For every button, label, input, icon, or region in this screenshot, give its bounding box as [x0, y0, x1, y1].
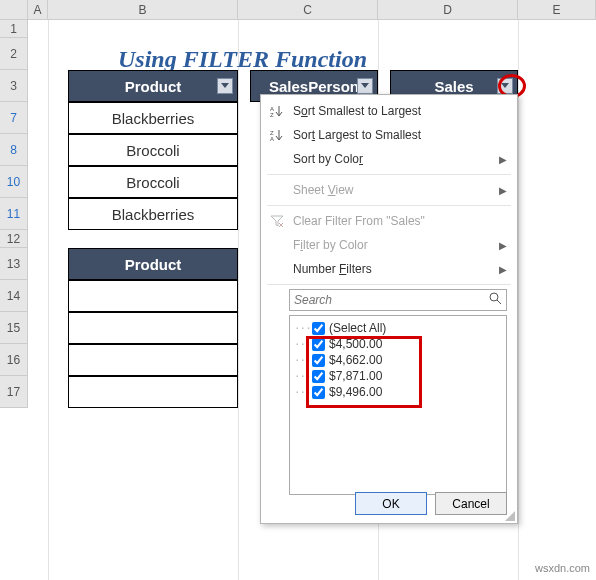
cell-b7[interactable]: Blackberries [68, 102, 238, 134]
menu-sort-color[interactable]: Sort by Color ▶ [261, 147, 517, 171]
row-15[interactable]: 15 [0, 312, 28, 344]
cell-b7-text: Blackberries [112, 110, 195, 127]
filter-dropdown-salesperson[interactable] [357, 78, 373, 94]
row-17[interactable]: 17 [0, 376, 28, 408]
check-item-2[interactable]: ··· $7,871.00 [292, 368, 504, 384]
row-2[interactable]: 2 [0, 38, 28, 70]
check-item-3[interactable]: ··· $9,496.00 [292, 384, 504, 400]
cell-b14[interactable] [68, 280, 238, 312]
filter-dropdown-product[interactable] [217, 78, 233, 94]
check-item-0[interactable]: ··· $4,500.00 [292, 336, 504, 352]
column-headers: A B C D E [0, 0, 596, 20]
checkbox-1[interactable] [312, 354, 325, 367]
menu-sort-desc-label: Sort Largest to Smallest [293, 128, 421, 142]
row-8[interactable]: 8 [0, 134, 28, 166]
row-10[interactable]: 10 [0, 166, 28, 198]
th-salesperson-label: SalesPerson [269, 78, 359, 95]
filter-dropdown-panel: AZ Sort Smallest to Largest ZA Sort Larg… [260, 94, 518, 524]
menu-number-filters-label: Number Filters [293, 262, 372, 276]
cell-b11[interactable]: Blackberries [68, 198, 238, 230]
check-item-2-label: $7,871.00 [329, 369, 382, 383]
check-item-1-label: $4,662.00 [329, 353, 382, 367]
col-D[interactable]: D [378, 0, 518, 19]
check-select-all-label: (Select All) [329, 321, 386, 335]
col-A[interactable]: A [28, 0, 48, 19]
chevron-right-icon: ▶ [499, 185, 507, 196]
th-sales-label: Sales [434, 78, 473, 95]
menu-sort-asc-label: Sort Smallest to Largest [293, 104, 421, 118]
menu-sort-asc[interactable]: AZ Sort Smallest to Largest [261, 99, 517, 123]
menu-clear-filter-label: Clear Filter From "Sales" [293, 214, 425, 228]
row-7[interactable]: 7 [0, 102, 28, 134]
watermark: wsxdn.com [535, 562, 590, 574]
check-item-0-label: $4,500.00 [329, 337, 382, 351]
cell-b16[interactable] [68, 344, 238, 376]
menu-sort-desc[interactable]: ZA Sort Largest to Smallest [261, 123, 517, 147]
cell-b8-text: Broccoli [126, 142, 179, 159]
search-icon [489, 292, 503, 309]
svg-point-7 [490, 293, 498, 301]
chevron-right-icon: ▶ [499, 154, 507, 165]
row-headers: 1 2 3 7 8 10 11 12 13 14 15 16 17 [0, 20, 28, 408]
filter-checklist: ··· (Select All) ··· $4,500.00 ··· $4,66… [289, 315, 507, 495]
row-13[interactable]: 13 [0, 248, 28, 280]
row-3[interactable]: 3 [0, 70, 28, 102]
col-E[interactable]: E [518, 0, 596, 19]
th2-product-label: Product [125, 256, 182, 273]
cancel-button[interactable]: Cancel [435, 492, 507, 515]
row-14[interactable]: 14 [0, 280, 28, 312]
cell-b10-text: Broccoli [126, 174, 179, 191]
menu-number-filters[interactable]: Number Filters ▶ [261, 257, 517, 281]
svg-text:Z: Z [270, 112, 274, 118]
col-B[interactable]: B [48, 0, 238, 19]
select-all-corner[interactable] [0, 0, 28, 19]
menu-filter-color: Filter by Color ▶ [261, 233, 517, 257]
th-product-label: Product [125, 78, 182, 95]
checkbox-0[interactable] [312, 338, 325, 351]
cell-b17[interactable] [68, 376, 238, 408]
th-product: Product [68, 70, 238, 102]
menu-sheet-view-label: Sheet View [293, 183, 354, 197]
col-C[interactable]: C [238, 0, 378, 19]
chevron-right-icon: ▶ [499, 264, 507, 275]
menu-filter-color-label: Filter by Color [293, 238, 368, 252]
check-item-3-label: $9,496.00 [329, 385, 382, 399]
cell-b11-text: Blackberries [112, 206, 195, 223]
row-11[interactable]: 11 [0, 198, 28, 230]
menu-sort-color-label: Sort by Color [293, 152, 363, 166]
funnel-clear-icon [267, 214, 287, 228]
resize-grip-icon[interactable] [505, 511, 515, 521]
cell-b8[interactable]: Broccoli [68, 134, 238, 166]
row-12[interactable]: 12 [0, 230, 28, 248]
menu-sheet-view: Sheet View ▶ [261, 178, 517, 202]
sort-asc-icon: AZ [267, 104, 287, 118]
checkbox-select-all[interactable] [312, 322, 325, 335]
checkbox-3[interactable] [312, 386, 325, 399]
check-select-all[interactable]: ··· (Select All) [292, 320, 504, 336]
th2-product: Product [68, 248, 238, 280]
row-1[interactable]: 1 [0, 20, 28, 38]
check-item-1[interactable]: ··· $4,662.00 [292, 352, 504, 368]
menu-clear-filter: Clear Filter From "Sales" [261, 209, 517, 233]
chevron-down-icon [361, 82, 369, 90]
svg-text:A: A [270, 136, 274, 142]
ok-button[interactable]: OK [355, 492, 427, 515]
filter-search-input[interactable] [289, 289, 507, 311]
cell-b10[interactable]: Broccoli [68, 166, 238, 198]
chevron-down-icon [501, 82, 509, 90]
svg-line-8 [497, 300, 501, 304]
chevron-down-icon [221, 82, 229, 90]
cell-b15[interactable] [68, 312, 238, 344]
sort-desc-icon: ZA [267, 128, 287, 142]
chevron-right-icon: ▶ [499, 240, 507, 251]
checkbox-2[interactable] [312, 370, 325, 383]
filter-dropdown-sales[interactable] [497, 78, 513, 94]
row-16[interactable]: 16 [0, 344, 28, 376]
page-title: Using FILTER Function [118, 46, 367, 73]
